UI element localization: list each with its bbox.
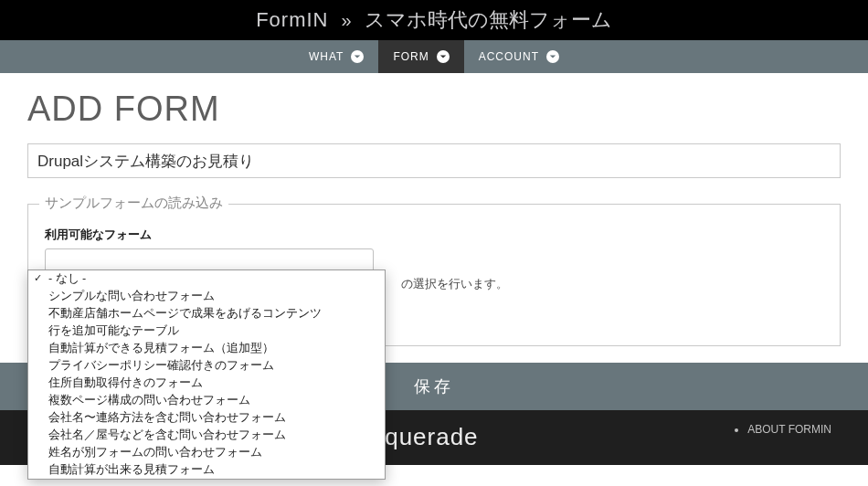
nav-item-account[interactable]: ACCOUNT [464,40,574,73]
footer-right-links: ABOUT FORMIN [747,423,831,436]
help-text: の選択を行います。 [401,276,823,292]
dropdown-option[interactable]: 住所自動取得付きのフォーム [28,375,385,392]
dropdown-option[interactable]: 自動計算ができる見積フォーム（追加型） [28,340,385,357]
chevron-down-icon [437,50,450,63]
fieldset-legend: サンプルフォームの読み込み [39,195,228,212]
dropdown-option[interactable]: - なし - [28,270,385,288]
chevron-down-icon [546,50,559,63]
dropdown-option[interactable]: 会社名／屋号などを含む問い合わせフォーム [28,427,385,444]
dropdown-option[interactable]: プライバシーポリシー確認付きのフォーム [28,357,385,375]
nav-label: FORM [393,50,429,63]
nav-label: WHAT [309,50,344,63]
brand-tagline: スマホ時代の無料フォーム [365,8,612,31]
dropdown-option[interactable]: 行を追加可能なテーブル [28,322,385,340]
top-banner: FormIN » スマホ時代の無料フォーム [0,0,868,40]
dropdown-option[interactable]: 複数ページ構成の問い合わせフォーム [28,392,385,409]
raquo-icon: » [342,10,352,30]
save-button[interactable]: 保存 [414,375,454,397]
brand-name[interactable]: FormIN [256,8,328,31]
available-forms-dropdown[interactable]: - なし -シンプルな問い合わせフォーム不動産店舗ホームページで成果をあげるコン… [27,269,386,480]
nav-item-form[interactable]: FORM [378,40,463,73]
available-forms-label: 利用可能なフォーム [45,227,823,243]
dropdown-option[interactable]: 不動産店舗ホームページで成果をあげるコンテンツ [28,305,385,322]
nav-label: ACCOUNT [479,50,539,63]
form-title-input[interactable] [27,143,841,178]
dropdown-option[interactable]: 会社名〜連絡方法を含む問い合わせフォーム [28,409,385,427]
dropdown-option[interactable]: 姓名が別フォームの問い合わせフォーム [28,444,385,461]
main-nav: WHAT FORM ACCOUNT [0,40,868,73]
footer-link-about[interactable]: ABOUT FORMIN [747,423,831,436]
nav-item-what[interactable]: WHAT [294,40,378,73]
dropdown-option[interactable]: 自動計算が出来る見積フォーム [28,461,385,479]
page-title: ADD FORM [27,90,841,129]
dropdown-option[interactable]: シンプルな問い合わせフォーム [28,288,385,305]
chevron-down-icon [351,50,364,63]
